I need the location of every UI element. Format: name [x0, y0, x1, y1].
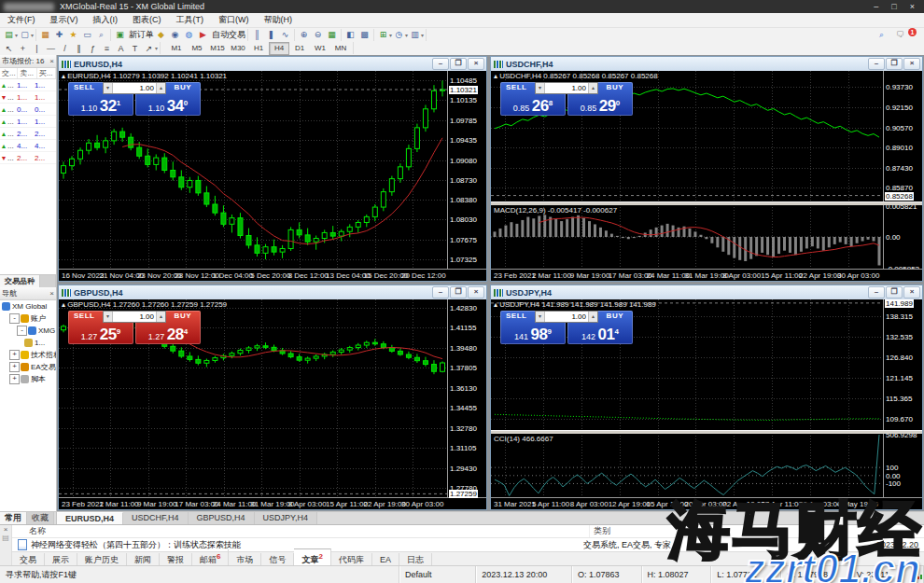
chart-body[interactable]: 1.428301.411551.394801.378051.361301.344… [59, 299, 486, 509]
market-watch-row[interactable]: ▲...1...1... [0, 79, 56, 91]
expand-collapse-icon[interactable]: - [17, 326, 27, 336]
autotrading-label[interactable]: 自动交易 [212, 29, 245, 41]
autotrading-icon[interactable]: ▶ [197, 29, 209, 40]
menu-item-6[interactable]: 帮助(H) [257, 13, 301, 27]
minimize-chart-icon[interactable]: – [432, 58, 449, 70]
volume-increase-icon[interactable]: ▴ [588, 312, 597, 322]
menu-item-3[interactable]: 图表(C) [125, 13, 169, 27]
timeframe-mn-button[interactable]: MN [330, 42, 351, 55]
data-window-icon[interactable]: ✚ [53, 29, 65, 40]
chart-window-titlebar[interactable]: EURUSD,H4–❐× [59, 57, 486, 71]
trendline-icon[interactable]: / [59, 43, 71, 54]
dropdown-arrow-icon[interactable]: ▾ [31, 32, 34, 38]
timeframe-m30-button[interactable]: M30 [228, 42, 248, 55]
chart-body[interactable]: 1.104851.101351.097851.094351.090801.087… [59, 71, 486, 281]
timeframe-h1-button[interactable]: H1 [248, 42, 269, 55]
market-watch-row[interactable]: ▲...1...1... [0, 116, 56, 128]
chart-tab-eurusd[interactable]: EURUSD,H4 [57, 512, 123, 525]
navigator-icon[interactable]: ★ [67, 29, 79, 40]
chart-tab-usdchf[interactable]: USDCHF,H4 [123, 512, 189, 525]
mql5-market-icon[interactable]: ◆ [155, 29, 167, 40]
volume-input[interactable]: ▾1.00▴ [103, 82, 166, 94]
market-watch-col-2[interactable]: 买... [37, 68, 56, 78]
expand-collapse-icon[interactable]: - [9, 313, 20, 324]
new-order-icon[interactable]: ▣ [114, 29, 126, 40]
volume-decrease-icon[interactable]: ▾ [104, 312, 113, 322]
chart-tab-gbpusd[interactable]: GBPUSD,H4 [189, 512, 255, 525]
market-watch-row[interactable]: ▼...1...1... [0, 91, 56, 104]
timeframe-m15-button[interactable]: M15 [207, 42, 228, 55]
shapes-icon[interactable]: ≡ [101, 43, 113, 54]
search-icon[interactable]: ⌕ [875, 29, 888, 40]
pane-splitter[interactable] [491, 430, 922, 434]
close-chart-icon[interactable]: × [903, 286, 920, 298]
horizontal-line-icon[interactable]: — [45, 43, 57, 54]
chart-body[interactable]: MACD(12,26,9) -0.005417 -0.0006270.93730… [491, 71, 922, 281]
dropdown-arrow-icon[interactable]: ▾ [155, 45, 158, 51]
tile-windows-icon[interactable]: ▦ [326, 29, 338, 40]
volume-input[interactable]: ▾1.00▴ [103, 311, 166, 323]
close-icon[interactable]: × [49, 289, 54, 298]
arrow-tools-icon[interactable]: ↗ [143, 43, 155, 54]
navigator-item[interactable]: 1... [0, 337, 56, 349]
minimize-chart-icon[interactable]: – [868, 58, 885, 70]
timeframe-m1-button[interactable]: M1 [166, 42, 187, 55]
dropdown-arrow-icon[interactable]: ▾ [421, 32, 424, 38]
market-watch-row[interactable]: ▲...0...0... [0, 104, 56, 116]
navigator-item[interactable]: +技术指标 [0, 349, 56, 361]
chart-window-titlebar[interactable]: USDJPY,H4–❐× [491, 285, 922, 299]
channel-icon[interactable]: ∥ [73, 43, 85, 54]
minimize-window-icon[interactable]: – [874, 0, 878, 13]
column-name[interactable]: 名称 [12, 525, 590, 537]
column-category[interactable]: 类别 [590, 525, 924, 537]
chart-body[interactable]: CCI(14) 466.6667138.315132.535126.840121… [491, 299, 922, 509]
timeframe-m5-button[interactable]: M5 [187, 42, 207, 55]
tab-tick-chart[interactable] [40, 275, 56, 287]
menu-item-0[interactable]: 文件(F) [0, 13, 43, 27]
close-icon[interactable]: × [0, 525, 11, 534]
new-chart-icon[interactable]: ▤ [3, 29, 15, 40]
volume-input[interactable]: ▾1.00▴ [535, 311, 598, 323]
timeframe-d1-button[interactable]: D1 [289, 42, 310, 55]
profiles-icon[interactable]: ▢ [19, 29, 31, 40]
dropdown-arrow-icon[interactable]: ▾ [405, 32, 408, 38]
zoom-out-icon[interactable]: ⊖ [312, 29, 324, 40]
fibonacci-icon[interactable]: ƒ [87, 43, 99, 54]
period-icon[interactable]: ◷ [393, 29, 405, 40]
terminal-tab-文章[interactable]: 文章2 [294, 548, 330, 567]
navigator-item[interactable]: -XMG [0, 325, 56, 337]
tab-common[interactable]: 常用 [0, 512, 27, 525]
close-chart-icon[interactable]: × [468, 58, 484, 70]
new-order-label[interactable]: 新订单 [129, 29, 154, 41]
line-chart-icon[interactable]: ∿ [279, 29, 291, 40]
volume-decrease-icon[interactable]: ▾ [536, 83, 545, 93]
timeframe-h4-button[interactable]: H4 [269, 42, 289, 55]
close-chart-icon[interactable]: × [468, 286, 484, 298]
dropdown-arrow-icon[interactable]: ▾ [389, 32, 392, 38]
tab-favorites[interactable]: 收藏 [27, 512, 54, 525]
chart-window-titlebar[interactable]: GBPUSD,H4–❐× [59, 285, 486, 299]
market-watch-col-0[interactable]: 交... [0, 68, 18, 78]
restore-chart-icon[interactable]: ❐ [450, 58, 467, 70]
close-chart-icon[interactable]: × [903, 58, 920, 70]
expand-expand-icon[interactable]: + [9, 362, 20, 372]
chart-window-titlebar[interactable]: USDCHF,H4–❐× [491, 57, 922, 71]
strategy-tester-icon[interactable]: ⌕ [95, 29, 107, 40]
article-row[interactable]: 神经网络变得轻松（第四十五部分）：训练状态探索技能 交易系统, EA交易, 专家… [12, 538, 924, 551]
pane-splitter[interactable] [491, 201, 922, 205]
terminal-icon[interactable]: ▭ [81, 29, 93, 40]
cursor-icon[interactable]: ↖ [3, 43, 15, 54]
notifications-icon[interactable]: 🗨 [894, 29, 906, 40]
volume-decrease-icon[interactable]: ▾ [104, 83, 113, 93]
menu-item-5[interactable]: 窗口(W) [211, 13, 257, 27]
market-watch-row[interactable]: ▲...4...4... [0, 140, 56, 152]
navigator-item[interactable]: -账户 [0, 312, 56, 325]
restore-chart-icon[interactable]: ❐ [886, 58, 903, 70]
timeframe-w1-button[interactable]: W1 [310, 42, 330, 55]
menu-item-1[interactable]: 显示(V) [43, 13, 86, 27]
dropdown-arrow-icon[interactable]: ▾ [15, 32, 18, 38]
market-watch-row[interactable]: ▼...2...2... [0, 152, 56, 164]
minimize-chart-icon[interactable]: – [432, 286, 449, 298]
volume-increase-icon[interactable]: ▴ [588, 83, 597, 93]
restore-chart-icon[interactable]: ❐ [450, 286, 467, 298]
